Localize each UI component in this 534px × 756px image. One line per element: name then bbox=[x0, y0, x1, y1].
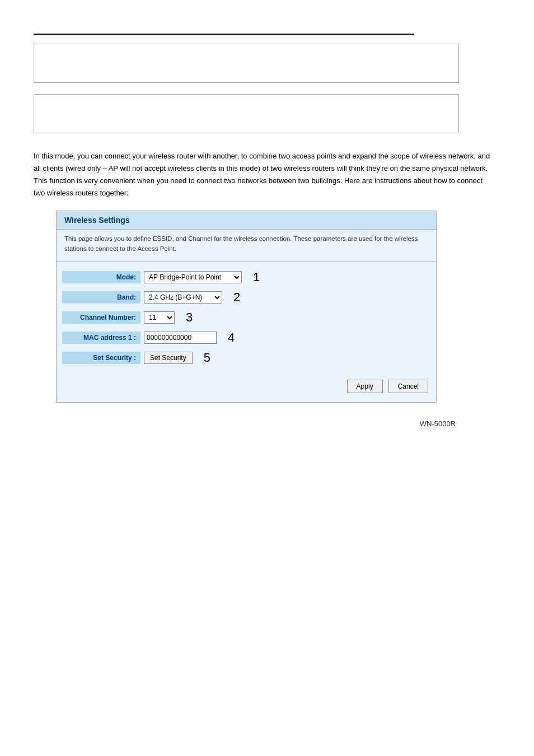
channel-label: Channel Number: bbox=[62, 311, 140, 324]
band-control: 2.4 GHz (B+G+N) 2.4 GHz (B) 2.4 GHz (G) … bbox=[144, 290, 430, 305]
section-divider bbox=[34, 34, 414, 35]
channel-row: Channel Number: 1234 5678 91011 1213 3 bbox=[62, 310, 430, 325]
mac-label: MAC address 1 : bbox=[62, 332, 140, 344]
channel-select[interactable]: 1234 5678 91011 1213 bbox=[144, 311, 175, 324]
band-row: Band: 2.4 GHz (B+G+N) 2.4 GHz (B) 2.4 GH… bbox=[62, 290, 430, 305]
description-paragraph: In this mode, you can connect your wirel… bbox=[34, 150, 493, 199]
action-buttons-area: Apply Cancel bbox=[57, 374, 436, 393]
step-1: 1 bbox=[253, 270, 260, 284]
form-area: Mode: AP Bridge-Point to Point AP Client… bbox=[57, 262, 436, 374]
security-label: Set Security : bbox=[62, 352, 140, 364]
band-select[interactable]: 2.4 GHz (B+G+N) 2.4 GHz (B) 2.4 GHz (G) … bbox=[144, 291, 222, 304]
textbox-1 bbox=[34, 44, 459, 83]
mac-input[interactable] bbox=[144, 332, 217, 344]
security-row: Set Security : Set Security 5 bbox=[62, 351, 430, 365]
mac-row: MAC address 1 : 4 bbox=[62, 330, 430, 345]
mac-control: 4 bbox=[144, 330, 430, 345]
apply-button[interactable]: Apply bbox=[347, 380, 383, 393]
cancel-button[interactable]: Cancel bbox=[388, 380, 428, 393]
band-label: Band: bbox=[62, 291, 140, 304]
step-4: 4 bbox=[228, 330, 235, 345]
channel-control: 1234 5678 91011 1213 3 bbox=[144, 310, 430, 325]
set-security-button[interactable]: Set Security bbox=[144, 352, 193, 364]
mode-control: AP Bridge-Point to Point AP Client WDS 1 bbox=[144, 270, 430, 284]
panel-description: This page allows you to define ESSID, an… bbox=[57, 230, 436, 262]
mode-select[interactable]: AP Bridge-Point to Point AP Client WDS bbox=[144, 271, 242, 283]
security-control: Set Security 5 bbox=[144, 351, 430, 365]
mode-label: Mode: bbox=[62, 271, 140, 283]
panel-title: Wireless Settings bbox=[57, 211, 436, 230]
model-number: WN-5000R bbox=[34, 419, 500, 428]
step-5: 5 bbox=[204, 351, 210, 365]
step-3: 3 bbox=[186, 310, 193, 325]
textbox-2 bbox=[34, 94, 459, 133]
wireless-settings-panel: Wireless Settings This page allows you t… bbox=[56, 211, 437, 403]
step-2: 2 bbox=[233, 290, 240, 305]
mode-row: Mode: AP Bridge-Point to Point AP Client… bbox=[62, 270, 430, 284]
